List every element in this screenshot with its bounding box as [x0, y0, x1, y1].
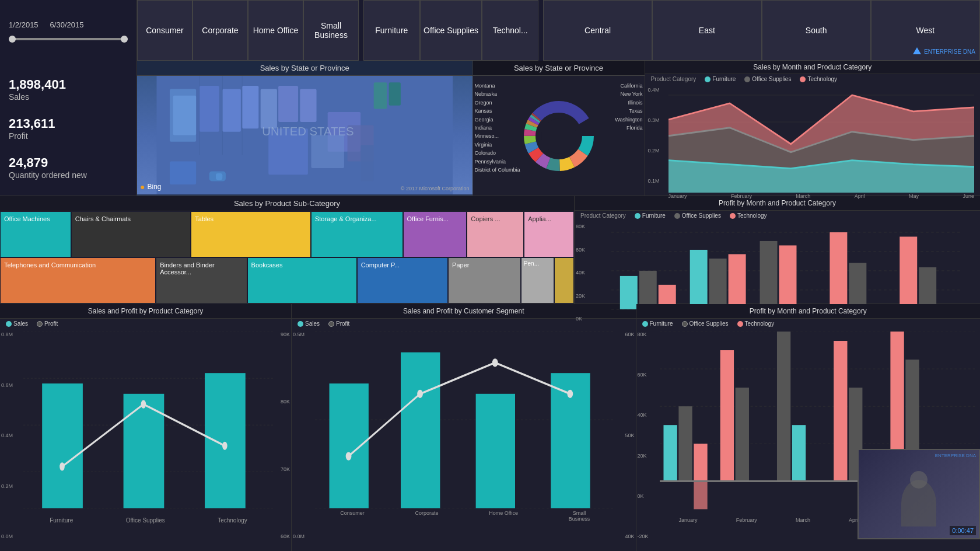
- treemap-cell-pen[interactable]: Pen...: [521, 257, 554, 304]
- treemap-cell-storage[interactable]: Storage & Organiza...: [311, 211, 403, 257]
- map-panel-right: Sales by State or Province Montana Nebra…: [473, 61, 645, 196]
- profit-legend-tech: Technology: [730, 212, 767, 219]
- kpi-sales-value: 1,898,401: [9, 77, 128, 92]
- profit-by-month-panel: Profit by Month and Product Category Pro…: [575, 196, 980, 304]
- svg-rect-9: [300, 89, 316, 122]
- treemap-row-2: Telephones and Communication Binders and…: [0, 257, 574, 304]
- legend-furniture: Furniture: [705, 76, 736, 82]
- treemap-cell-tables[interactable]: Tables: [191, 211, 311, 257]
- kpi-quantity-label: Quantity ordered new: [9, 170, 128, 180]
- svg-rect-94: [694, 444, 707, 481]
- category-filter-group: Furniture Office Supplies Technol...: [363, 0, 538, 61]
- us-map-content: UNITED STATES ● Bing © 2017 Microsoft Co…: [137, 76, 473, 194]
- kpi-profit-value: 213,611: [9, 116, 128, 131]
- sales-profit-product-svg: [23, 332, 274, 518]
- video-overlay: 0:00:47 ENTERPRISE DNA: [858, 449, 980, 539]
- bm-legend-profit: Profit: [328, 320, 349, 327]
- svg-point-74: [222, 442, 228, 450]
- treemap-cell-binders[interactable]: Binders and Binder Accessor...: [156, 257, 247, 304]
- sales-month-svg: [668, 87, 975, 193]
- treemap-cell-bookcases[interactable]: Bookcases: [247, 257, 357, 304]
- profit-month-bar-panel: Profit by Month and Product Category Fur…: [636, 304, 981, 551]
- svg-rect-63: [919, 267, 936, 309]
- svg-rect-8: [278, 86, 298, 122]
- svg-marker-0: [913, 47, 921, 54]
- sales-profit-product-title: Sales and Profit by Product Category: [0, 304, 291, 319]
- filter-home-office[interactable]: Home Office: [248, 0, 303, 61]
- filter-south[interactable]: South: [762, 0, 871, 61]
- sales-profit-segment-panel: Sales and Profit by Customer Segment Sal…: [292, 304, 636, 551]
- svg-rect-17: [170, 162, 196, 184]
- kpi-quantity-value: 24,879: [9, 155, 128, 170]
- kpi-quantity: 24,879 Quantity ordered new: [9, 155, 128, 180]
- rb-legend-office: Office Supplies: [682, 320, 729, 327]
- treemap-cell-telephones[interactable]: Telephones and Communication: [0, 257, 156, 304]
- x-axis-labels: January February March April May June: [668, 193, 975, 199]
- bing-branding: ● Bing: [140, 182, 162, 191]
- treemap-cell-computer[interactable]: Computer P...: [357, 257, 448, 304]
- svg-rect-71: [205, 373, 246, 508]
- sales-profit-product-panel: Sales and Profit by Product Category Sal…: [0, 304, 292, 551]
- bm-x-labels: Consumer Corporate Home Office SmallBusi…: [315, 510, 615, 522]
- treemap-title: Sales by Product Sub-Category: [0, 196, 574, 211]
- treemap-cell-misc[interactable]: [554, 257, 574, 304]
- svg-point-82: [346, 452, 352, 460]
- treemap-cell-chairs[interactable]: Chairs & Chairmats: [71, 211, 191, 257]
- svg-rect-79: [401, 353, 440, 508]
- filter-east[interactable]: East: [652, 0, 761, 61]
- svg-point-72: [60, 462, 65, 470]
- treemap-panel: Sales by Product Sub-Category Office Mac…: [0, 196, 575, 304]
- svg-rect-4: [200, 86, 219, 132]
- filter-central[interactable]: Central: [543, 0, 652, 61]
- rb-y-labels: 80K 60K 40K 20K 0K -20K: [638, 332, 649, 539]
- filter-technology[interactable]: Technol...: [482, 0, 538, 61]
- filter-consumer[interactable]: Consumer: [137, 0, 192, 61]
- kpi-panel: 1,898,401 Sales 213,611 Profit 24,879 Qu…: [0, 61, 137, 196]
- sales-by-month-chart: Sales by Month and Product Category Prod…: [645, 61, 981, 196]
- svg-rect-57: [729, 254, 746, 309]
- filter-corporate[interactable]: Corporate: [192, 0, 248, 61]
- svg-rect-6: [242, 86, 258, 128]
- svg-rect-95: [720, 350, 733, 481]
- treemap-content: Office Machines Chairs & Chairmats Table…: [0, 211, 574, 304]
- svg-point-39: [541, 118, 576, 154]
- filter-office-supplies[interactable]: Office Supplies: [420, 0, 482, 61]
- svg-rect-59: [779, 245, 797, 309]
- profit-legend-furniture: Furniture: [635, 212, 666, 219]
- date-slider[interactable]: [9, 38, 128, 40]
- rb-legend-furniture: Furniture: [642, 320, 673, 327]
- svg-rect-11: [389, 82, 401, 105]
- kpi-profit: 213,611 Profit: [9, 116, 128, 141]
- svg-rect-78: [330, 383, 369, 508]
- svg-rect-16: [360, 145, 374, 181]
- profit-y-labels: 80K 60K 40K 20K 0K: [576, 224, 585, 322]
- region-filter-group: Central East South West ENTERPRISE DNA: [543, 0, 980, 61]
- svg-rect-5: [222, 89, 241, 132]
- svg-rect-96: [735, 388, 748, 481]
- svg-rect-7: [261, 89, 277, 129]
- svg-point-85: [567, 390, 573, 398]
- treemap-cell-applia[interactable]: Applia...: [524, 211, 574, 257]
- y-axis-labels: 0.4M 0.3M 0.2M 0.1M: [648, 87, 660, 184]
- enterprise-dna-logo: ENTERPRISE DNA: [912, 47, 975, 56]
- treemap-cell-copiers[interactable]: Copiers ...: [467, 211, 524, 257]
- donut-labels-right: California New York Illinois Texas Washi…: [615, 82, 642, 132]
- date-end: 6/30/2015: [50, 20, 84, 29]
- treemap-cell-office-machines[interactable]: Office Machines: [0, 211, 71, 257]
- profit-month-bar-title: Profit by Month and Product Category: [636, 304, 981, 319]
- map-copyright: © 2017 Microsoft Corporation: [401, 186, 470, 191]
- svg-point-73: [141, 400, 146, 408]
- svg-rect-61: [849, 263, 866, 309]
- treemap-cell-paper[interactable]: Paper: [448, 257, 521, 304]
- bl-y-left-labels: 0.8M 0.6M 0.4M 0.2M 0.0M: [1, 332, 13, 539]
- filter-small-business[interactable]: Small Business: [303, 0, 359, 61]
- svg-rect-99: [834, 341, 847, 481]
- svg-rect-10: [374, 82, 387, 109]
- treemap-cell-office-furn[interactable]: Office Furnis...: [403, 211, 467, 257]
- svg-rect-15: [312, 135, 344, 168]
- filter-furniture[interactable]: Furniture: [363, 0, 420, 61]
- treemap-row-1: Office Machines Chairs & Chairmats Table…: [0, 211, 574, 257]
- segment-filter-group: Consumer Corporate Home Office Small Bus…: [137, 0, 359, 61]
- svg-text:UNITED STATES: UNITED STATES: [262, 125, 354, 138]
- svg-rect-93: [678, 406, 692, 481]
